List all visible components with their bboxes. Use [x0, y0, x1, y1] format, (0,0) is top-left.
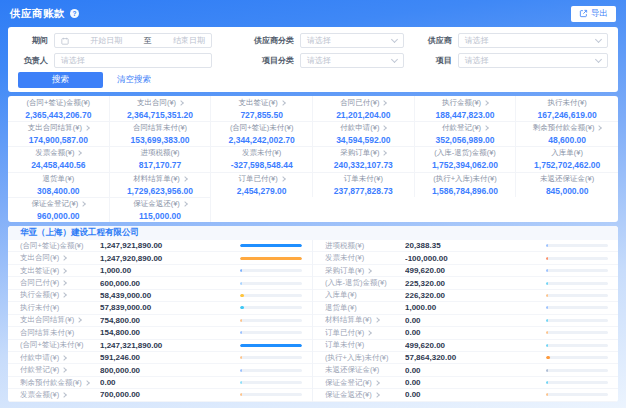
summary-card[interactable]: 支出合同结算(¥)174,900,587.00 [8, 121, 110, 146]
metric-label-text: 支出合同结算(¥) [20, 315, 74, 325]
metric-value: 499,620.00 [405, 266, 546, 275]
summary-card[interactable]: 保证金登记(¥)960,000.00 [8, 197, 110, 222]
card-value: 308,400.00 [37, 186, 80, 196]
card-label-text: 发票未付(¥) [242, 148, 281, 158]
progress-fill [546, 331, 548, 334]
summary-card[interactable]: 支出签证(¥)727,855.50 [211, 96, 313, 121]
card-value[interactable]: 24,458,440.56 [31, 160, 85, 170]
card-value[interactable]: 115,000.00 [139, 211, 181, 221]
metrics-column-right: 进项税额(¥)20,388.35发票未付(¥)-100,000.00采购订单(¥… [313, 240, 618, 402]
card-value[interactable]: 188,447,823.00 [435, 110, 494, 120]
summary-card[interactable]: 支出合同(¥)2,364,715,351.20 [110, 96, 212, 121]
summary-card[interactable]: 付款登记(¥)352,056,989.00 [415, 121, 517, 146]
metric-label: 未返还保证金(¥) [325, 365, 405, 375]
metric-label-text: (合同+签证)金额(¥) [20, 241, 84, 251]
select-placeholder: 请选择 [307, 35, 331, 46]
chevron-down-icon [391, 56, 398, 63]
card-value[interactable]: 240,332,107.73 [334, 160, 393, 170]
summary-card[interactable]: 付款申请(¥)34,594,592.00 [313, 121, 415, 146]
metric-label-text: 执行金额(¥) [20, 290, 59, 300]
card-value[interactable]: 2,454,279.00 [237, 186, 287, 196]
metric-row[interactable]: 保证金返还(¥)0.00 [313, 389, 618, 401]
metric-label-text: 采购订单(¥) [325, 266, 364, 276]
date-range-picker[interactable]: 开始日期 至 结束日期 [54, 33, 212, 48]
metric-row[interactable]: 支出合同(¥)1,247,920,890.00 [8, 252, 312, 264]
card-label-text: 订单未付(¥) [344, 174, 383, 184]
owner-label: 负责人 [18, 55, 48, 66]
card-value[interactable]: 1,729,623,956.00 [127, 186, 193, 196]
owner-select[interactable]: 请选择 [54, 53, 212, 68]
card-value[interactable]: 2,364,715,351.20 [127, 110, 193, 120]
card-label-text: 进项税额(¥) [140, 148, 179, 158]
project-label: 项目 [412, 55, 452, 66]
metric-label: 付款申请(¥) [20, 353, 100, 363]
card-value[interactable]: 48,600.00 [548, 135, 586, 145]
metric-row[interactable]: 支出签证(¥)1,000.00 [8, 265, 312, 277]
card-value[interactable]: 960,000.00 [37, 211, 80, 221]
metric-label: 保证金登记(¥) [325, 378, 405, 388]
card-label-text: 付款申请(¥) [340, 123, 379, 133]
summary-panel: (合同+签证)金额(¥)2,365,443,206.70支出合同(¥)2,364… [8, 96, 618, 222]
search-button[interactable]: 搜索 [18, 72, 103, 88]
progress-fill [546, 294, 548, 297]
summary-card[interactable]: 材料结算单(¥)1,729,623,956.00 [110, 172, 212, 197]
metric-row: 订单未付(¥)499,620.00 [313, 340, 618, 352]
card-value[interactable]: 174,900,587.00 [29, 135, 88, 145]
metric-label: 采购订单(¥) [325, 266, 405, 276]
clear-search-link[interactable]: 清空搜索 [117, 74, 151, 86]
summary-card[interactable]: 合同已付(¥)21,201,204.00 [313, 96, 415, 121]
card-value[interactable]: 34,594,592.00 [336, 135, 390, 145]
metric-row[interactable]: 合同已付(¥)600,000.00 [8, 277, 312, 289]
metric-row[interactable]: 执行金额(¥)58,439,000.00 [8, 290, 312, 302]
metric-row[interactable]: 发票金额(¥)700,000.00 [8, 389, 312, 401]
summary-card[interactable]: 订单已付(¥)2,454,279.00 [211, 172, 313, 197]
metric-label: 付款登记(¥) [20, 365, 100, 375]
metric-value: 1,247,921,890.00 [100, 241, 240, 250]
export-button[interactable]: 导出 [571, 6, 616, 22]
summary-card: (合同+签证)未付(¥)2,344,242,002.70 [211, 121, 313, 146]
period-label: 期间 [18, 35, 48, 46]
metric-row[interactable]: 订单已付(¥)0.00 [313, 327, 618, 339]
company-header-row[interactable]: 华亚（上海）建设工程有限公司 [8, 226, 618, 240]
card-value: 1,586,784,896.00 [432, 186, 498, 196]
date-start-placeholder: 开始日期 [90, 35, 122, 46]
metric-label-text: 付款登记(¥) [20, 365, 59, 375]
supplier-category-select[interactable]: 请选择 [300, 33, 404, 48]
project-category-select[interactable]: 请选择 [300, 53, 404, 68]
summary-card[interactable]: 发票金额(¥)24,458,440.56 [8, 146, 110, 171]
chevron-right-icon [61, 280, 67, 286]
metric-row[interactable]: 采购订单(¥)499,620.00 [313, 265, 618, 277]
metric-row[interactable]: 剩余预付款金额(¥)0.00 [8, 377, 312, 389]
card-label: 剩余预付款金额(¥) [533, 123, 602, 133]
card-label-text: 支出签证(¥) [239, 98, 278, 108]
metric-value: 1,000.00 [100, 266, 240, 275]
chevron-right-icon [597, 125, 603, 131]
card-value[interactable]: 21,201,204.00 [336, 110, 390, 120]
metric-row[interactable]: 保证金登记(¥)0.00 [313, 377, 618, 389]
chevron-right-icon [366, 330, 372, 336]
progress-bar [546, 282, 608, 285]
info-icon[interactable]: ? [70, 9, 79, 18]
supplier-select[interactable]: 请选择 [458, 33, 608, 48]
card-label-text: 执行金额(¥) [442, 98, 481, 108]
summary-card[interactable]: 保证金返还(¥)115,000.00 [110, 197, 212, 222]
progress-fill [240, 257, 302, 260]
card-value[interactable]: 727,855.50 [240, 110, 283, 120]
card-value[interactable]: 352,056,989.00 [435, 135, 494, 145]
metric-row[interactable]: 付款登记(¥)800,000.00 [8, 364, 312, 376]
summary-card[interactable]: 剩余预付款金额(¥)48,600.00 [516, 121, 618, 146]
summary-card: 退货单(¥)308,400.00 [8, 172, 110, 197]
metric-label-text: 保证金返还(¥) [325, 390, 372, 400]
summary-card[interactable]: 执行金额(¥)188,447,823.00 [415, 96, 517, 121]
card-label-text: 剩余预付款金额(¥) [533, 123, 595, 133]
progress-bar [240, 306, 302, 309]
progress-bar [240, 356, 302, 359]
summary-card[interactable]: 采购订单(¥)240,332,107.73 [313, 146, 415, 171]
metric-row[interactable]: 材料结算单(¥)0.00 [313, 315, 618, 327]
metric-value: 0.00 [405, 328, 546, 337]
project-select[interactable]: 请选择 [458, 53, 608, 68]
metric-row[interactable]: 支出合同结算(¥)754,800.00 [8, 315, 312, 327]
metric-row: 退货单(¥)1,000.00 [313, 302, 618, 314]
metric-row[interactable]: 付款申请(¥)591,246.00 [8, 352, 312, 364]
progress-bar [240, 282, 302, 285]
